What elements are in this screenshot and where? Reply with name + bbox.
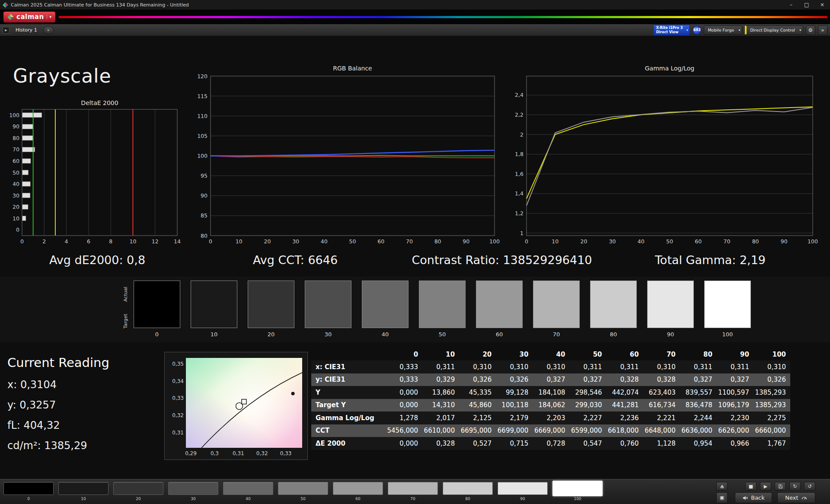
meter-dropdown[interactable]: X-Rite i1Pro 3 Direct View ▾ [653, 25, 690, 36]
stop-icon: ■ [749, 484, 753, 489]
minimize-button[interactable]: – [783, 0, 799, 10]
table-cell: 1,128 [643, 440, 680, 447]
maximize-button[interactable]: □ [799, 0, 814, 10]
table-row: Target Y0,00014,31045,860100,118184,0622… [311, 399, 790, 412]
table-cell: 0,000 [386, 401, 422, 409]
svg-text:50: 50 [666, 238, 673, 245]
next-button-label: Next [785, 494, 798, 501]
table-header-cell: 90 [717, 351, 753, 358]
grayscale-swatch-60 [476, 281, 523, 328]
pattern-button-label: 70 [388, 497, 438, 501]
svg-text:0: 0 [525, 238, 528, 245]
expand-panel-button[interactable]: ▶ [3, 27, 10, 34]
svg-text:30: 30 [13, 192, 19, 199]
table-cell: 298,546 [569, 389, 606, 396]
table-cell: 6699,000 [496, 427, 533, 434]
settings-button[interactable]: ⚙ [806, 26, 815, 35]
grayscale-swatch-label: 50 [419, 331, 466, 338]
refresh-button[interactable]: ↻ [789, 482, 801, 491]
eject-icon [719, 484, 725, 489]
table-cell: 6648,000 [643, 427, 680, 434]
pattern-button-100[interactable] [552, 481, 603, 496]
loop-button[interactable]: ↺ [804, 482, 815, 491]
svg-text:14: 14 [174, 238, 181, 245]
table-cell: 6618,000 [607, 427, 643, 434]
table-cell: 0,327 [680, 376, 717, 383]
loop-icon: ↺ [808, 484, 811, 489]
table-cell: 2,236 [607, 414, 643, 422]
svg-text:95: 95 [201, 172, 208, 179]
table-cell: 0,527 [459, 440, 496, 447]
close-button[interactable]: × [814, 0, 830, 10]
display-control-dropdown[interactable]: Direct Display Control ▾ [745, 26, 803, 35]
eject-button[interactable] [716, 482, 728, 491]
table-cell: 2,179 [496, 414, 533, 422]
gear-icon: ⚙ [808, 27, 813, 33]
pattern-button-label: 0 [3, 497, 54, 501]
table-cell: 0,333 [386, 363, 422, 371]
svg-text:1,2: 1,2 [515, 210, 524, 217]
pattern-button-50[interactable] [278, 482, 328, 495]
history-nav-button[interactable]: » [43, 26, 54, 34]
svg-text:70: 70 [406, 238, 413, 245]
pattern-button-0[interactable] [3, 482, 54, 495]
svg-text:30: 30 [292, 238, 299, 245]
svg-text:110: 110 [197, 113, 208, 119]
rgb-line-blue [211, 150, 495, 156]
pattern-button-20[interactable] [113, 482, 163, 495]
more-options-button[interactable]: » [818, 26, 827, 35]
table-cell: 184,108 [533, 389, 569, 396]
cie-ytick: 0,35 [165, 361, 184, 367]
table-header-cell: 80 [680, 351, 717, 358]
table-cell: 6669,000 [533, 427, 569, 434]
results-table: 0102030405060708090100x: CIE310,3330,311… [311, 348, 790, 450]
table-cell: 0,328 [607, 376, 643, 383]
pattern-button-60[interactable] [333, 482, 383, 495]
deltae-bar-90 [22, 124, 33, 129]
pattern-button-40[interactable] [223, 482, 273, 495]
table-cell: 0,329 [422, 376, 459, 383]
pattern-button-80[interactable] [443, 482, 493, 495]
back-button[interactable]: Back [735, 492, 772, 503]
tab-history-1[interactable]: History 1 [13, 26, 40, 34]
table-cell: 1385,293 [753, 389, 790, 396]
cie-ytick: 0,33 [165, 395, 184, 401]
table-header-cell: 20 [459, 351, 496, 358]
pattern-button-30[interactable] [168, 482, 218, 495]
table-header-cell: 60 [607, 351, 643, 358]
pattern-button-90[interactable] [498, 482, 548, 495]
grayscale-swatch-50 [419, 281, 466, 328]
table-header-cell: 100 [753, 351, 790, 358]
svg-text:50: 50 [349, 238, 356, 245]
logo-bar: calman ▾ [0, 10, 830, 24]
play-button[interactable]: ▶ [760, 482, 771, 491]
rainbow-gradient-bar [59, 16, 827, 18]
chevron-down-icon: ▾ [739, 29, 741, 32]
table-cell: 839,557 [680, 389, 717, 396]
layout-button[interactable]: ▣ [716, 492, 728, 503]
table-row: x: CIE310,3330,3110,3100,3100,3100,3110,… [311, 360, 790, 373]
next-button[interactable]: Next [777, 492, 815, 503]
stop-button[interactable]: ■ [745, 482, 757, 491]
pattern-button-10[interactable] [58, 482, 109, 495]
pattern-button-70[interactable] [388, 482, 438, 495]
reading-cdm2: cd/m²: 1385,29 [7, 440, 87, 452]
grayscale-swatch-label: 20 [248, 331, 294, 338]
table-cell: 299,030 [569, 401, 606, 409]
table-header-cell: 40 [533, 351, 569, 358]
grayscale-swatch-label: 40 [362, 331, 409, 338]
cie-xtick: 0,31 [229, 450, 248, 456]
speaker-mute-icon [742, 495, 748, 501]
contrast-ratio-stat: Contrast Ratio: 138529296410 [412, 253, 592, 267]
save-button[interactable] [775, 482, 786, 491]
table-cell: 0,547 [569, 440, 606, 447]
source-dropdown[interactable]: Mobile Forge ▾ [704, 26, 742, 35]
reference-dot-marker [291, 392, 295, 396]
toolbar: ▶ History 1 » X-Rite i1Pro 3 Direct View… [0, 24, 830, 36]
svg-text:80: 80 [13, 135, 19, 141]
calman-menu-button[interactable]: calman ▾ [3, 12, 55, 22]
table-cell: 0,000 [386, 440, 422, 447]
svg-text:6: 6 [87, 238, 90, 245]
pattern-button-label: 20 [113, 497, 163, 501]
table-cell: 0,327 [569, 376, 606, 383]
